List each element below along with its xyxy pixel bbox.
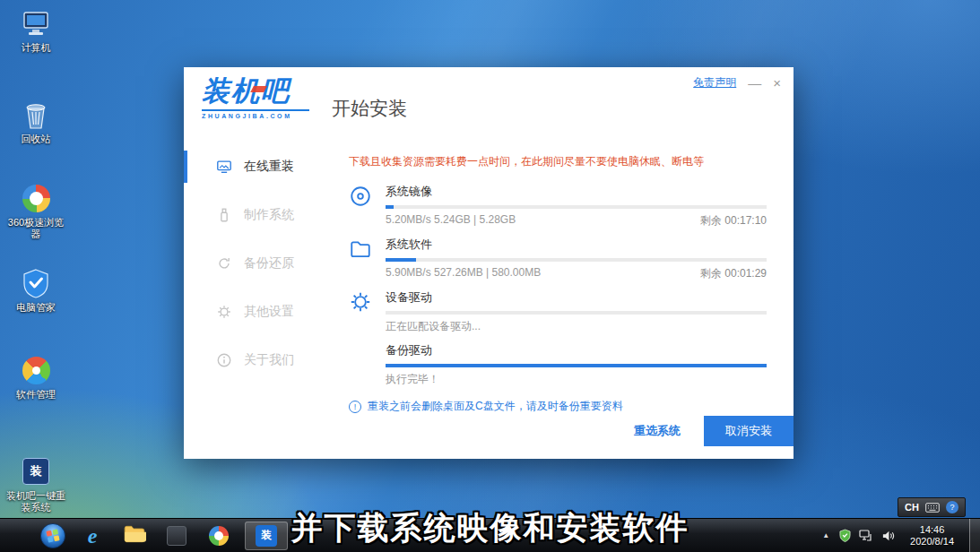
sidebar-item-about-us[interactable]: 关于我们 xyxy=(184,336,318,384)
task-detail: 正在匹配设备驱动... xyxy=(386,319,481,334)
sidebar-item-label: 备份还原 xyxy=(244,255,294,272)
task-title: 备份驱动 xyxy=(386,342,767,358)
task-title: 设备驱动 xyxy=(386,289,767,306)
desktop-icon-software-manager[interactable]: 软件管理 xyxy=(4,354,68,401)
monitor-download-icon xyxy=(216,159,232,175)
gear-icon xyxy=(349,290,372,314)
folder-icon xyxy=(349,237,372,261)
desktop-icon-label: 电脑管家 xyxy=(4,302,68,314)
zhuangjiba-window: 装机吧 ZHUANGJIBA.COM 开始安装 免责声明 — × 在线重装 制作… xyxy=(184,67,794,459)
close-button[interactable]: × xyxy=(773,76,781,90)
desktop-icon-zhuangjiba[interactable]: 装 装机吧一键重装系统 xyxy=(4,455,68,513)
task-row-device-driver: 设备驱动 正在匹配设备驱动... xyxy=(349,289,767,334)
desktop-icon-label: 回收站 xyxy=(4,134,68,145)
sidebar-item-label: 其他设置 xyxy=(244,304,294,320)
sidebar-item-label: 制作系统 xyxy=(244,207,294,223)
task-row-backup-driver: 备份驱动 执行完毕！ xyxy=(349,342,767,387)
disc-target-icon xyxy=(349,185,372,208)
progress-bar xyxy=(386,258,767,262)
warning-text: 下载且收集资源需要耗费一点时间，在此期间尽量不要使电脑休眠、断电等 xyxy=(349,154,767,169)
sidebar-item-label: 关于我们 xyxy=(244,352,294,368)
sidebar-item-other-settings[interactable]: 其他设置 xyxy=(184,288,318,336)
desktop-icon-pc-manager[interactable]: 电脑管家 xyxy=(4,267,68,314)
task-detail: 5.90MB/s 527.26MB | 580.00MB xyxy=(386,266,541,281)
window-footer: 重选系统 取消安装 xyxy=(634,416,794,446)
install-progress-panel: 下载且收集资源需要耗费一点时间，在此期间尽量不要使电脑休眠、断电等 系统镜像 5… xyxy=(318,141,794,459)
window-controls: 免责声明 — × xyxy=(693,75,781,91)
sidebar-item-label: 在线重装 xyxy=(244,159,294,175)
cancel-install-button[interactable]: 取消安装 xyxy=(704,416,794,446)
task-row-system-image: 系统镜像 5.20MB/s 5.24GB | 5.28GB 剩余 00:17:1… xyxy=(349,184,767,229)
alert-circle-icon: ! xyxy=(349,401,361,413)
reselect-system-link[interactable]: 重选系统 xyxy=(634,423,681,439)
computer-icon xyxy=(20,7,52,39)
task-remaining: 剩余 00:17:10 xyxy=(700,213,767,229)
disclaimer-link[interactable]: 免责声明 xyxy=(693,75,736,91)
backup-warning-note: ! 重装之前会删除桌面及C盘文件，请及时备份重要资料 xyxy=(349,399,767,414)
desktop-icon-label: 软件管理 xyxy=(4,389,68,401)
minimize-button[interactable]: — xyxy=(748,76,761,90)
360-browser-icon xyxy=(20,182,52,214)
window-header: 装机吧 ZHUANGJIBA.COM 开始安装 免责声明 — × xyxy=(184,67,794,141)
pinwheel-icon xyxy=(20,354,52,386)
shield-check-icon xyxy=(20,267,52,299)
desktop-icon-label: 计算机 xyxy=(4,42,68,54)
desktop-icon-360-browser[interactable]: 360极速浏览器 xyxy=(4,182,68,240)
sidebar: 在线重装 制作系统 备份还原 其他设置 xyxy=(184,141,318,459)
sidebar-item-online-reinstall[interactable]: 在线重装 xyxy=(184,142,318,191)
restore-arrows-icon xyxy=(216,255,232,272)
info-icon xyxy=(216,352,232,368)
task-row-system-software: 系统软件 5.90MB/s 527.26MB | 580.00MB 剩余 00:… xyxy=(349,237,767,281)
progress-bar xyxy=(386,364,767,367)
gear-icon xyxy=(216,304,232,320)
task-detail: 5.20MB/s 5.24GB | 5.28GB xyxy=(386,213,516,229)
task-remaining: 剩余 00:01:29 xyxy=(700,266,767,281)
sidebar-item-make-system[interactable]: 制作系统 xyxy=(184,191,318,239)
subtitle-text: 并下载系统映像和安装软件 xyxy=(0,507,980,549)
zhuangjiba-logo: 装机吧 ZHUANGJIBA.COM xyxy=(202,75,320,119)
desktop-icon-recycle-bin[interactable]: 回收站 xyxy=(4,99,68,145)
sidebar-item-backup-restore[interactable]: 备份还原 xyxy=(184,239,318,288)
note-text: 重装之前会删除桌面及C盘文件，请及时备份重要资料 xyxy=(368,399,623,414)
task-title: 系统镜像 xyxy=(386,184,767,200)
desktop-icon-computer[interactable]: 计算机 xyxy=(4,7,68,54)
task-title: 系统软件 xyxy=(386,237,767,253)
usb-drive-icon xyxy=(216,207,232,223)
logo-subtext: ZHUANGJIBA.COM xyxy=(202,109,309,119)
task-detail: 执行完毕！ xyxy=(386,372,439,387)
progress-bar xyxy=(386,205,767,209)
desktop-icon-label: 360极速浏览器 xyxy=(4,217,68,240)
page-title: 开始安装 xyxy=(332,96,407,121)
recycle-bin-icon xyxy=(20,99,52,131)
zhuangjiba-app-icon: 装 xyxy=(20,455,52,487)
progress-bar xyxy=(386,311,767,315)
